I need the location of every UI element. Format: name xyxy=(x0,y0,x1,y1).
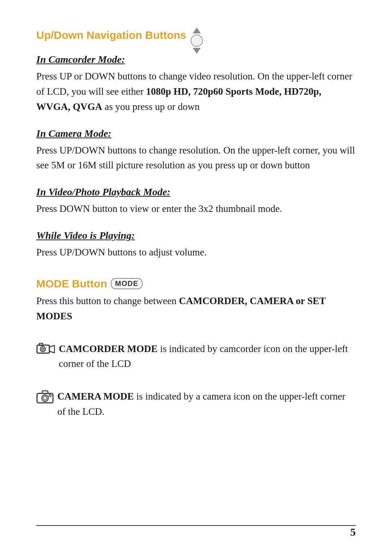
camcorder-mode-text: Press UP or DOWN buttons to change video… xyxy=(36,69,356,115)
playing-block: While Video is Playing: Press UP/DOWN bu… xyxy=(36,230,356,260)
updown-title: Up/Down Navigation Buttons xyxy=(36,29,186,41)
page-container: Up/Down Navigation Buttons In Camcorder … xyxy=(0,0,392,552)
svg-rect-3 xyxy=(39,343,43,345)
svg-point-1 xyxy=(40,347,45,352)
camera-indicator-row: CAMERA MODE is indicated by a camera ico… xyxy=(36,389,356,420)
mode-badge: MODE xyxy=(111,278,143,289)
camcorder-mode-block: In Camcorder Mode: Press UP or DOWN butt… xyxy=(36,54,356,115)
camera-indicator-text: CAMERA MODE is indicated by a camera ico… xyxy=(57,389,356,420)
playback-mode-text: Press DOWN button to view or enter the 3… xyxy=(36,201,356,217)
playback-mode-label: In Video/Photo Playback Mode: xyxy=(36,186,356,198)
svg-point-8 xyxy=(49,394,51,397)
playing-text: Press UP/DOWN buttons to adjust volume. xyxy=(36,245,356,260)
mode-header-row: MODE Button MODE xyxy=(36,278,356,290)
mode-button-text: Press this button to change between CAMC… xyxy=(36,294,356,324)
mode-button-title: MODE Button xyxy=(36,278,107,290)
camera-mode-block: In Camera Mode: Press UP/DOWN buttons to… xyxy=(36,128,356,173)
camcorder-indicator-text: CAMCORDER MODE is indicated by camcorder… xyxy=(59,342,356,372)
camcorder-indicator-section: CAMCORDER MODE is indicated by camcorder… xyxy=(36,342,356,372)
arrow-down-icon xyxy=(193,48,201,54)
camcorder-indicator-row: CAMCORDER MODE is indicated by camcorder… xyxy=(36,342,356,372)
updown-header-row: Up/Down Navigation Buttons xyxy=(36,29,356,54)
mode-button-section: MODE Button MODE Press this button to ch… xyxy=(36,278,356,324)
camera-svg xyxy=(36,390,54,404)
svg-point-7 xyxy=(43,396,47,400)
playing-label: While Video is Playing: xyxy=(36,230,356,241)
camera-mode-label: In Camera Mode: xyxy=(36,128,356,139)
camera-indicator-section: CAMERA MODE is indicated by a camera ico… xyxy=(36,389,356,420)
svg-point-6 xyxy=(42,395,48,401)
updown-nav-section: Up/Down Navigation Buttons In Camcorder … xyxy=(36,29,356,260)
camera-mode-text: Press UP/DOWN buttons to change resoluti… xyxy=(36,143,356,173)
page-number: 5 xyxy=(350,526,356,538)
svg-point-2 xyxy=(42,348,44,350)
circle-button-icon xyxy=(191,34,203,47)
arrow-up-icon xyxy=(193,28,201,33)
camera-mode-icon xyxy=(36,390,54,407)
camcorder-svg xyxy=(36,342,55,356)
camcorder-mode-label: In Camcorder Mode: xyxy=(36,54,356,65)
updown-nav-icon xyxy=(191,28,203,54)
playback-mode-block: In Video/Photo Playback Mode: Press DOWN… xyxy=(36,186,356,217)
svg-marker-4 xyxy=(49,345,54,353)
camcorder-mode-icon xyxy=(36,342,55,359)
bottom-rule xyxy=(36,525,356,526)
